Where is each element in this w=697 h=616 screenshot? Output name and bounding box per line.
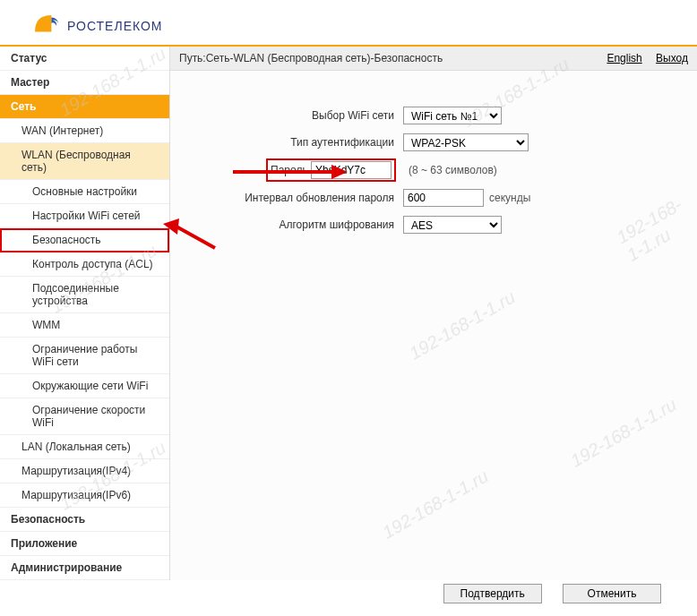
breadcrumb: Путь:Сеть-WLAN (Беспроводная сеть)-Безоп… <box>179 52 443 64</box>
sidebar-item-network[interactable]: Сеть <box>0 95 169 119</box>
pass-label: Пароль <box>271 164 308 176</box>
footer-buttons: Подтвердить Отменить <box>0 580 697 607</box>
sidebar-item-wlan[interactable]: WLAN (Беспроводная сеть) <box>0 143 169 180</box>
english-link[interactable]: English <box>607 52 641 64</box>
sidebar-item-admin[interactable]: Администрирование <box>0 556 169 580</box>
pass-label-wrap: Пароль <box>188 160 403 180</box>
sidebar-item-restrict[interactable]: Ограничение работы WiFi сети <box>0 338 169 374</box>
enc-select[interactable]: AES <box>403 216 502 234</box>
breadcrumb-bar: Путь:Сеть-WLAN (Беспроводная сеть)-Безоп… <box>170 47 697 71</box>
sidebar-item-app[interactable]: Приложение <box>0 532 169 556</box>
rostelecom-logo-icon <box>31 12 60 40</box>
ssid-label: Выбор WiFi сети <box>188 109 403 122</box>
sidebar-item-ipv4[interactable]: Маршрутизация(IPv4) <box>0 459 169 483</box>
form-area: Выбор WiFi сети WiFi сеть №1 Тип аутенти… <box>170 71 697 261</box>
submit-button[interactable]: Подтвердить <box>443 584 542 603</box>
interval-unit: секунды <box>489 192 530 204</box>
watermark: 192-168-1-1.ru <box>406 287 519 364</box>
sidebar-item-wifi-settings[interactable]: Настройки WiFi сетей <box>0 204 169 228</box>
sidebar-item-acl[interactable]: Контроль доступа (ACL) <box>0 252 169 277</box>
logo-bar: РОСТЕЛЕКОМ <box>0 0 697 45</box>
content-area: Путь:Сеть-WLAN (Беспроводная сеть)-Безоп… <box>170 47 697 580</box>
sidebar-item-ipv6[interactable]: Маршрутизация(IPv6) <box>0 483 169 508</box>
sidebar-item-wan[interactable]: WAN (Интернет) <box>0 119 169 143</box>
interval-label: Интервал обновления пароля <box>188 192 403 204</box>
auth-label: Тип аутентификации <box>188 136 403 149</box>
sidebar-item-wmm[interactable]: WMM <box>0 313 169 338</box>
exit-link[interactable]: Выход <box>656 52 688 64</box>
sidebar-item-basic[interactable]: Основные настройки <box>0 180 169 204</box>
sidebar-item-sec-section[interactable]: Безопасность <box>0 508 169 532</box>
sidebar: Статус Мастер Сеть WAN (Интернет) WLAN (… <box>0 47 170 580</box>
pass-hint: (8 ~ 63 символов) <box>409 164 497 176</box>
cancel-button[interactable]: Отменить <box>563 584 661 603</box>
logo-text: РОСТЕЛЕКОМ <box>67 19 163 33</box>
sidebar-item-speed[interactable]: Ограничение скорости WiFi <box>0 398 169 435</box>
sidebar-item-assoc[interactable]: Подсоединенные устройства <box>0 277 169 313</box>
interval-input[interactable] <box>403 189 484 207</box>
enc-label: Алгоритм шифрования <box>188 218 403 231</box>
sidebar-item-status[interactable]: Статус <box>0 47 169 71</box>
watermark: 192-168-1-1.ru <box>567 394 680 471</box>
sidebar-item-security[interactable]: Безопасность <box>0 228 169 252</box>
ssid-select[interactable]: WiFi сеть №1 <box>403 107 502 124</box>
sidebar-item-surround[interactable]: Окружающие сети WiFi <box>0 374 169 398</box>
sidebar-item-lan[interactable]: LAN (Локальная сеть) <box>0 435 169 459</box>
sidebar-item-master[interactable]: Мастер <box>0 71 169 95</box>
watermark: 192-168-1-1.ru <box>379 466 492 543</box>
password-input[interactable] <box>311 161 392 179</box>
auth-select[interactable]: WPA2-PSK <box>403 133 529 151</box>
